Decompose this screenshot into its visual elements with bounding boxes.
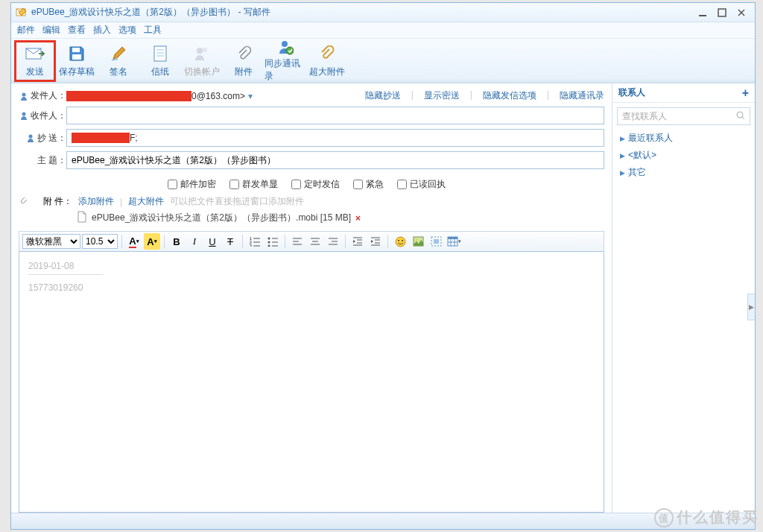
align-center-button[interactable] xyxy=(307,233,323,250)
pen-icon xyxy=(109,44,128,63)
floppy-icon xyxy=(67,44,86,63)
sync-contacts-button[interactable]: 同步通讯录 xyxy=(265,40,306,82)
search-placeholder: 查找联系人 xyxy=(622,110,667,123)
body-date: 2019-01-08 xyxy=(28,261,103,275)
show-bcc-link[interactable]: 显示密送 xyxy=(424,89,460,102)
menu-edit[interactable]: 编辑 xyxy=(42,24,60,37)
save-draft-button[interactable]: 保存草稿 xyxy=(56,40,98,82)
sidebar-item-recent[interactable]: ▶最近联系人 xyxy=(612,130,755,147)
add-attachment-link[interactable]: 添加附件 xyxy=(78,195,114,208)
strikethrough-button[interactable]: T xyxy=(222,233,238,250)
svg-point-16 xyxy=(28,135,32,139)
ordered-list-button[interactable]: 123 xyxy=(247,233,263,250)
bold-button[interactable]: B xyxy=(168,233,185,250)
cc-input[interactable]: F; xyxy=(66,129,604,147)
big-attachment-link[interactable]: 超大附件 xyxy=(128,195,164,208)
sender-label: 发件人： xyxy=(19,89,66,102)
svg-line-59 xyxy=(742,117,744,119)
subject-input[interactable] xyxy=(66,151,604,169)
highlight-button[interactable]: A▾ xyxy=(144,233,160,250)
sender-row: 发件人： 0@163.com> ▾ 隐藏抄送| 显示密送| 隐藏发信选项| 隐藏… xyxy=(19,89,604,102)
font-color-button[interactable]: A▾ xyxy=(126,233,142,250)
user-switch-icon xyxy=(192,44,212,63)
indent-button[interactable] xyxy=(367,233,384,250)
signature-label: 签名 xyxy=(110,66,127,78)
attach-label: 附 件： xyxy=(35,195,72,208)
to-input[interactable] xyxy=(66,107,604,124)
switch-account-button[interactable]: 切换帐户 xyxy=(181,40,223,82)
cc-row: 抄 送： F; xyxy=(19,129,604,147)
align-right-button[interactable] xyxy=(325,233,341,250)
add-contact-button[interactable]: + xyxy=(742,86,749,100)
signature-button[interactable]: 签名 xyxy=(98,40,139,82)
attach-button[interactable]: 附件 xyxy=(223,40,265,82)
menu-tools[interactable]: 工具 xyxy=(144,24,162,37)
paperclip-small-icon xyxy=(19,195,29,208)
outdent-button[interactable] xyxy=(349,233,366,250)
align-left-button[interactable] xyxy=(289,233,305,250)
expand-icon: ▶ xyxy=(620,152,625,159)
window-title: ePUBee_游戏设计快乐之道（第2版）（异步图书） - 写邮件 xyxy=(31,6,270,19)
sidebar-collapse-handle[interactable]: ▶ xyxy=(747,294,755,320)
svg-rect-2 xyxy=(718,9,726,16)
maximize-button[interactable] xyxy=(713,6,731,19)
minimize-button[interactable] xyxy=(694,6,712,19)
unordered-list-button[interactable] xyxy=(265,233,281,250)
menu-view[interactable]: 查看 xyxy=(68,24,86,37)
editor-body[interactable]: 2019-01-08 15773019260 xyxy=(19,252,604,513)
menu-insert[interactable]: 插入 xyxy=(93,24,111,37)
save-draft-label: 保存草稿 xyxy=(59,66,95,78)
font-select[interactable]: 微软雅黑 xyxy=(22,234,80,249)
menu-options[interactable]: 选项 xyxy=(118,24,136,37)
sidebar-item-default[interactable]: ▶<默认> xyxy=(612,147,755,164)
send-button[interactable]: 发送 xyxy=(14,40,56,82)
svg-point-14 xyxy=(22,92,26,96)
svg-point-47 xyxy=(398,240,399,241)
attach-label: 附件 xyxy=(235,66,253,78)
contact-search[interactable]: 查找联系人 xyxy=(617,107,750,125)
cc-label: 抄 送： xyxy=(19,132,66,145)
svg-text:3: 3 xyxy=(250,244,252,247)
receipt-checkbox[interactable]: 已读回执 xyxy=(397,178,446,191)
statusbar xyxy=(11,513,755,529)
mass-single-checkbox[interactable]: 群发单显 xyxy=(229,178,278,191)
remove-attachment[interactable]: × xyxy=(355,213,361,224)
italic-button[interactable]: I xyxy=(186,233,203,250)
encrypt-checkbox[interactable]: 邮件加密 xyxy=(168,178,216,191)
emoji-button[interactable] xyxy=(392,233,408,250)
scheduled-checkbox[interactable]: 定时发信 xyxy=(291,178,340,191)
close-button[interactable] xyxy=(732,6,750,19)
table-button[interactable]: ▾ xyxy=(446,233,462,250)
menu-mail[interactable]: 邮件 xyxy=(17,24,35,37)
person-icon xyxy=(19,92,28,101)
svg-point-11 xyxy=(203,48,207,52)
image-button[interactable] xyxy=(410,233,426,250)
size-select[interactable]: 10.5 xyxy=(82,234,118,249)
sidebar-item-other[interactable]: ▶其它 xyxy=(612,164,755,181)
header-links: 隐藏抄送| 显示密送| 隐藏发信选项| 隐藏通讯录 xyxy=(365,89,604,102)
screenshot-button[interactable] xyxy=(428,233,444,250)
file-name[interactable]: ePUBee_游戏设计快乐之道（第2版）（异步图书）.mobi [15 MB] xyxy=(92,212,351,224)
svg-point-25 xyxy=(268,241,270,244)
redacted-cc xyxy=(72,133,130,143)
hide-cc-link[interactable]: 隐藏抄送 xyxy=(365,89,401,102)
content-area: 发件人： 0@163.com> ▾ 隐藏抄送| 显示密送| 隐藏发信选项| 隐藏… xyxy=(11,83,755,513)
toolbar: 发送 保存草稿 签名 信纸 切换帐户 附件 同步通讯录 超大附件 xyxy=(11,39,755,83)
send-label: 发送 xyxy=(26,66,44,78)
attached-file: ePUBee_游戏设计快乐之道（第2版）（异步图书）.mobi [15 MB] … xyxy=(77,211,604,225)
to-label: 收件人： xyxy=(19,110,66,122)
user-sync-icon xyxy=(276,39,295,55)
svg-point-12 xyxy=(282,41,288,47)
big-attach-button[interactable]: 超大附件 xyxy=(306,40,348,82)
stationery-button[interactable]: 信纸 xyxy=(139,40,181,82)
underline-button[interactable]: U xyxy=(204,233,221,250)
hide-send-options-link[interactable]: 隐藏发信选项 xyxy=(483,89,536,102)
watermark: 值 什么值得买 xyxy=(654,507,759,528)
send-options: 邮件加密 群发单显 定时发信 紧急 已读回执 xyxy=(168,178,604,191)
attach-hint: 可以把文件直接拖进窗口添加附件 xyxy=(170,195,304,208)
urgent-checkbox[interactable]: 紧急 xyxy=(353,178,384,191)
svg-rect-52 xyxy=(434,239,439,244)
sender-value[interactable]: 0@163.com> ▾ xyxy=(66,91,253,101)
hide-contacts-link[interactable]: 隐藏通讯录 xyxy=(560,89,604,102)
dropdown-icon[interactable]: ▾ xyxy=(248,91,253,101)
